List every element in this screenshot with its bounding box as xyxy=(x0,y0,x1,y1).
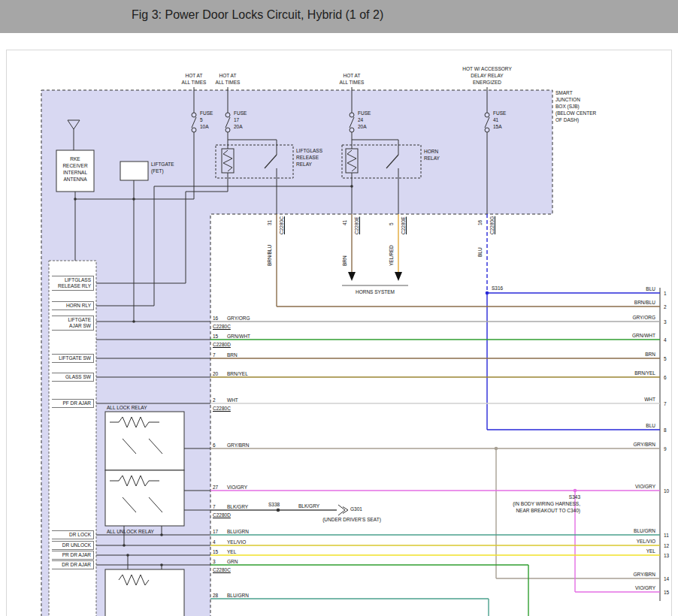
sjb-pin-horn-rly: HORN RLY xyxy=(52,301,94,310)
terminal-wire-color: VIO/GRY xyxy=(612,484,655,489)
row-pin: 28 xyxy=(213,592,218,599)
drop-connector: C2280C xyxy=(279,216,285,234)
terminal-number: 13 xyxy=(664,553,669,558)
power-label-2: HOT ATALL TIMES xyxy=(194,72,262,86)
terminal-number: 14 xyxy=(664,576,669,581)
terminal-wire-color: BRN/YEL xyxy=(612,370,655,376)
terminal-wire-color: YEL/VIO xyxy=(612,539,655,544)
drop-pin: 31 xyxy=(267,220,273,225)
sjb-pin-liftglass-release-rly: LIFTGLASSRELEASE RLY xyxy=(52,276,94,291)
terminal-wire-color: BLU xyxy=(612,286,655,291)
terminal-number: 11 xyxy=(664,533,669,538)
terminal-wire-color: BRN xyxy=(612,352,655,357)
colored-wires xyxy=(210,214,660,616)
sjb-pin-pr-dr-ajar: PR DR AJAR xyxy=(52,551,94,560)
smart-junction-box-region xyxy=(41,90,552,616)
terminal-number: 3 xyxy=(664,319,667,325)
ground-wire-color: BLK/GRY xyxy=(298,503,319,509)
row-wire-color: BLU/GRN xyxy=(227,528,249,535)
horns-system-arrows xyxy=(348,272,402,281)
drop-pin: 41 xyxy=(342,220,348,225)
ground-name: G301 xyxy=(350,506,362,512)
splice-dot xyxy=(495,447,498,451)
drop-wire-color: YEL/RED xyxy=(389,245,395,266)
terminal-wire-color: VIO/GRY xyxy=(612,585,655,590)
liftgate-fet-label: LIFTGATE(FET) xyxy=(151,161,174,174)
terminal-number: 12 xyxy=(664,543,669,548)
ground-icon xyxy=(338,505,345,515)
terminal-number: 7 xyxy=(664,401,667,406)
all-unlock-relay-box xyxy=(105,470,184,526)
sjb-pin-liftgate-sw: LIFTGATE SW xyxy=(52,354,94,363)
terminal-wire-color: BLU/GRN xyxy=(612,528,655,533)
sjb-pin-dr-dr-ajar: DR DR AJAR xyxy=(52,560,94,569)
row-wire-color: GRN/WHT xyxy=(227,333,250,340)
splice-s316-dot xyxy=(486,291,489,295)
terminal-number: 9 xyxy=(664,446,667,451)
terminal-number: 2 xyxy=(664,304,667,310)
row-pin: 4 xyxy=(213,539,216,545)
row-connector: C2280C xyxy=(213,323,231,330)
row-wire-color: GRY/ORG xyxy=(227,315,250,322)
terminal-wire-color: YEL xyxy=(612,548,655,554)
drop-pin: 5 xyxy=(389,222,395,225)
row-connector: C2280C xyxy=(213,566,231,573)
drop-connector: C2280E xyxy=(401,217,407,235)
row-wire-color: YEL/VIO xyxy=(227,539,246,545)
sjb-pin-dr-lock: DR LOCK xyxy=(52,530,94,539)
row-pin: 3 xyxy=(213,558,216,565)
splice-s343-label: S343(IN BODY WIRING HARNESS,NEAR BREAKOU… xyxy=(451,494,580,514)
terminal-number: 6 xyxy=(664,375,667,380)
all-unlock-relay-label: ALL UNLOCK RELAY xyxy=(107,528,154,535)
terminal-number: 15 xyxy=(664,590,669,595)
power-label-3: HOT ATALL TIMES xyxy=(318,72,386,86)
drop-pin: 16 xyxy=(477,220,483,225)
fuse-24-label: FUSE2420A xyxy=(358,110,371,130)
row-wire-color: YEL xyxy=(227,548,236,555)
row-pin: 6 xyxy=(213,442,216,448)
terminal-wire-color: GRY/ORG xyxy=(612,315,655,320)
ground-note: (UNDER DRIVER'S SEAT) xyxy=(299,516,404,523)
row-wire-color: GRY/BRN xyxy=(227,442,250,448)
row-pin: 27 xyxy=(213,484,218,491)
liftgate-fet-box xyxy=(120,162,148,180)
row-pin: 17 xyxy=(213,528,218,535)
row-connector: C2280C xyxy=(213,405,231,412)
row-connector: C2280D xyxy=(213,512,231,518)
drop-connector: C2280E xyxy=(354,217,360,235)
all-lock-relay-label: ALL LOCK RELAY xyxy=(107,404,147,411)
wiring-diagram-page: Fig 3: Power Door Locks Circuit, Hybrid … xyxy=(0,0,678,616)
liftglass-release-relay-label: LIFTGLASSRELEASE RELAY xyxy=(296,147,322,168)
row-pin: 7 xyxy=(213,352,216,358)
drop-wire-color: BRN xyxy=(342,255,348,266)
sjb-pin-liftgate-ajar-sw: LIFTGATEAJAR SW xyxy=(52,316,94,331)
splice-s338-label: S338 xyxy=(268,501,280,508)
splice-s338-dot xyxy=(277,509,280,512)
drop-wire-color: BLU xyxy=(477,247,483,257)
row-pin: 7 xyxy=(213,503,216,510)
fuse-41-label: FUSE4115A xyxy=(493,110,506,130)
row-wire-color: GRN xyxy=(227,558,238,565)
row-connector: C2280D xyxy=(213,341,231,348)
terminal-number: 5 xyxy=(664,356,667,361)
drop-wire-color: BRN/BLU xyxy=(267,245,273,266)
row-wire-color: VIO/GRY xyxy=(227,484,247,491)
row-wire-color: BLU/GRN xyxy=(227,592,249,599)
fuse-17-label: FUSE1720A xyxy=(234,110,247,130)
terminal-wire-color: WHT xyxy=(612,397,655,402)
down-arrow-icon xyxy=(395,272,402,281)
sjb-label: SMARTJUNCTIONBOX (SJB) (BELOW CENTEROF D… xyxy=(555,89,596,123)
drop-connector: C2280G xyxy=(489,216,495,234)
lower-relay-box xyxy=(105,569,184,616)
splice-s316-label: S316 xyxy=(492,285,503,291)
power-label-4: HOT W/ ACCESSORYDELAY RELAYENERGIZED xyxy=(453,65,521,86)
terminal-number: 10 xyxy=(664,488,669,494)
fuse-5-label: FUSE510A xyxy=(200,110,213,130)
horns-system-label: HORNS SYSTEM xyxy=(345,288,405,295)
sjb-pin-dr-unlock: DR UNLOCK xyxy=(52,541,94,550)
splice-s343-dot xyxy=(574,489,577,493)
terminal-wire-color: GRN/WHT xyxy=(612,333,655,338)
terminal-number: 1 xyxy=(664,291,667,296)
horn-relay-label: HORNRELAY xyxy=(424,148,440,162)
down-arrow-icon xyxy=(348,272,356,281)
